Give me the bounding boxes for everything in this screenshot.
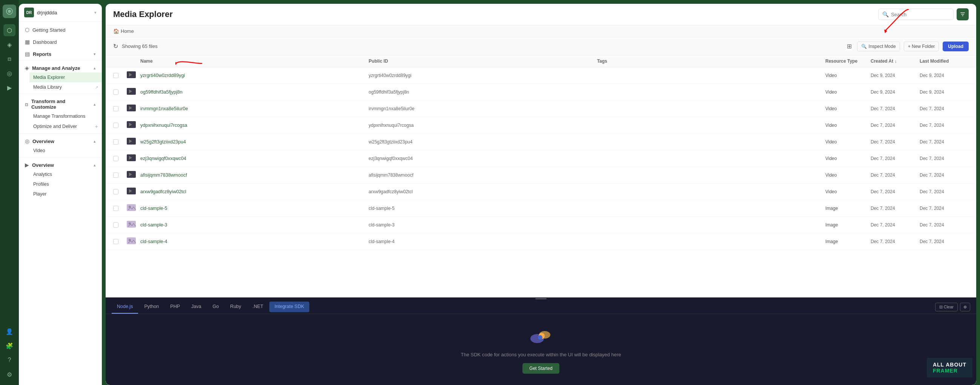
row-name[interactable]: og59ffdhif3a5fjypj8n	[140, 89, 369, 95]
row-public-id: ezj3qnwigqf0xxqwc04	[369, 156, 597, 161]
tab-python[interactable]: Python	[139, 300, 164, 314]
sidebar-item-player[interactable]	[29, 199, 102, 203]
sidebar-item-media-library[interactable]: Media Library ↗	[29, 82, 102, 92]
copy-button[interactable]: ⊕	[960, 303, 970, 312]
new-folder-button[interactable]: + New Folder	[904, 42, 939, 51]
nav-icon-optimize[interactable]: ◎	[3, 67, 16, 79]
section-label: Reports	[33, 51, 91, 57]
sidebar-item-transformation-center[interactable]: Manage Transformations	[29, 111, 102, 121]
nav-icon-help[interactable]: ?	[3, 354, 16, 366]
sidebar-item-dashboard[interactable]: ▦ Dashboard	[19, 36, 102, 48]
row-name[interactable]: yzrgrti40w0zrdd89ygi	[140, 73, 369, 78]
row-name[interactable]: cld-sample-5	[140, 206, 369, 211]
breadcrumb-home[interactable]: 🏠 Home	[113, 28, 134, 34]
clear-label: Clear	[944, 305, 954, 309]
row-name[interactable]: arxw9gadfcz8yiw02tcl	[140, 189, 369, 194]
main-area: Media Explorer 🔍 🏠 Home	[102, 0, 980, 385]
get-started-sdk-button[interactable]: Get Started	[522, 363, 559, 374]
row-checkbox[interactable]	[113, 189, 125, 194]
row-created-at: Dec 7, 2024	[870, 189, 920, 194]
sidebar-item-profiles[interactable]: Player	[29, 189, 102, 199]
toolbar: ↻ Showing 65 files ⊞ 🔍 Inspect Mode + Ne…	[106, 37, 976, 56]
row-checkbox[interactable]	[113, 206, 125, 211]
sidebar: DR drjnjddda ▾ ⬡ Getting Started ▦ Dashb…	[19, 4, 102, 385]
row-created-at: Dec 7, 2024	[870, 206, 920, 211]
row-thumbnail	[125, 70, 140, 80]
table-row: cld-sample-4 cld-sample-4 Image Dec 7, 2…	[106, 233, 976, 250]
tab-ruby[interactable]: Ruby	[225, 300, 246, 314]
row-checkbox[interactable]	[113, 173, 125, 178]
sdk-text: The SDK code for actions you execute wit…	[461, 352, 621, 358]
inspect-mode-button[interactable]: 🔍 Inspect Mode	[857, 42, 900, 51]
sidebar-item-getting-started[interactable]: ⬡ Getting Started	[19, 24, 102, 36]
row-name[interactable]: cld-sample-3	[140, 222, 369, 228]
sidebar-item-video-overview[interactable]: Analytics	[29, 169, 102, 179]
sidebar-section-reports[interactable]: ▤ Reports ▾	[19, 48, 102, 59]
row-thumbnail	[125, 137, 140, 147]
col-checkbox	[113, 59, 125, 64]
sidebar-item-analytics[interactable]: Profiles	[29, 179, 102, 189]
row-checkbox[interactable]	[113, 73, 125, 78]
sidebar-account-header[interactable]: DR drjnjddda ▾	[19, 4, 102, 21]
row-checkbox[interactable]	[113, 222, 125, 228]
row-checkbox[interactable]	[113, 123, 125, 128]
nav-icon-home[interactable]: ⬡	[3, 24, 16, 36]
nav-icon-settings[interactable]: ⚙	[3, 368, 16, 380]
row-name[interactable]: ydpxnihxnuqui7rcogsa	[140, 123, 369, 128]
account-avatar: DR	[24, 8, 34, 18]
tab-go[interactable]: Go	[207, 300, 224, 314]
nav-icon-video[interactable]: ▶	[3, 81, 16, 94]
row-checkbox[interactable]	[113, 139, 125, 145]
nav-icon-plugin[interactable]: 🧩	[3, 340, 16, 352]
table-row: cld-sample-5 cld-sample-5 Image Dec 7, 2…	[106, 200, 976, 217]
sidebar-section-transform[interactable]: ⧈ Transform and Customize ▴	[19, 96, 102, 111]
sidebar-item-overview[interactable]: Video	[29, 146, 102, 155]
nav-icon-transform[interactable]: ⧈	[3, 53, 16, 65]
add-transformation-icon[interactable]: +	[95, 123, 98, 129]
row-name[interactable]: afisijqmm7838wmoocf	[140, 173, 369, 178]
sidebar-section-video[interactable]: ▶ Overview ▴	[19, 159, 102, 169]
row-name[interactable]: ezj3qnwigqf0xxqwc04	[140, 156, 369, 161]
row-name[interactable]: w25g2ft3gtziixd23pu4	[140, 139, 369, 145]
refresh-button[interactable]: ↻	[113, 43, 118, 50]
row-thumbnail	[125, 104, 140, 113]
col-name: Name	[140, 59, 369, 64]
app-logo[interactable]	[3, 5, 16, 18]
tab-nodejs[interactable]: Node.js	[111, 300, 138, 314]
sidebar-item-label: Player	[33, 192, 46, 196]
svg-point-32	[538, 335, 542, 340]
reports-chevron: ▾	[94, 52, 96, 57]
col-resource-type: Resource Type	[825, 59, 870, 64]
sidebar-item-manage-transformations[interactable]: Optimize and Deliver +	[29, 121, 102, 132]
row-resource-type: Video	[825, 123, 870, 128]
search-input[interactable]	[891, 12, 950, 18]
clear-icon: ⊟	[939, 305, 943, 309]
row-created-at: Dec 7, 2024	[870, 156, 920, 161]
nav-icon-media[interactable]: ◈	[3, 38, 16, 51]
clear-button[interactable]: ⊟ Clear	[935, 303, 958, 312]
row-checkbox[interactable]	[113, 239, 125, 244]
table-row: yzrgrti40w0zrdd89ygi yzrgrti40w0zrdd89yg…	[106, 67, 976, 84]
upload-button[interactable]: Upload	[943, 42, 969, 51]
panel-resize-handle[interactable]	[106, 297, 976, 300]
sidebar-item-media-explorer[interactable]: Media Explorer	[29, 72, 102, 82]
sidebar-navigation: ⬡ Getting Started ▦ Dashboard ▤ Reports …	[19, 21, 102, 385]
divider	[19, 60, 102, 61]
tab-dotnet[interactable]: .NET	[247, 300, 268, 314]
tab-integrate-sdk[interactable]: Integrate SDK	[269, 302, 310, 312]
row-checkbox[interactable]	[113, 156, 125, 161]
manage-analyze-subsection: Media Explorer Media Library ↗	[19, 72, 102, 92]
grid-view-button[interactable]: ⊞	[845, 41, 853, 51]
row-checkbox[interactable]	[113, 106, 125, 111]
sidebar-item-label: Media Explorer	[33, 75, 65, 80]
tab-php[interactable]: PHP	[165, 300, 185, 314]
nav-icon-user[interactable]: 👤	[3, 325, 16, 337]
row-checkbox[interactable]	[113, 89, 125, 95]
sidebar-section-optimize[interactable]: ◎ Overview ▴	[19, 135, 102, 146]
row-name[interactable]: cld-sample-4	[140, 239, 369, 244]
row-name[interactable]: irvmmgn1nxa8e5ilur0e	[140, 106, 369, 111]
filter-button[interactable]	[957, 8, 969, 21]
tab-java[interactable]: Java	[186, 300, 206, 314]
sidebar-section-manage-analyze[interactable]: ◈ Manage and Analyze ▴	[19, 62, 102, 72]
row-public-id: cld-sample-3	[369, 222, 597, 228]
